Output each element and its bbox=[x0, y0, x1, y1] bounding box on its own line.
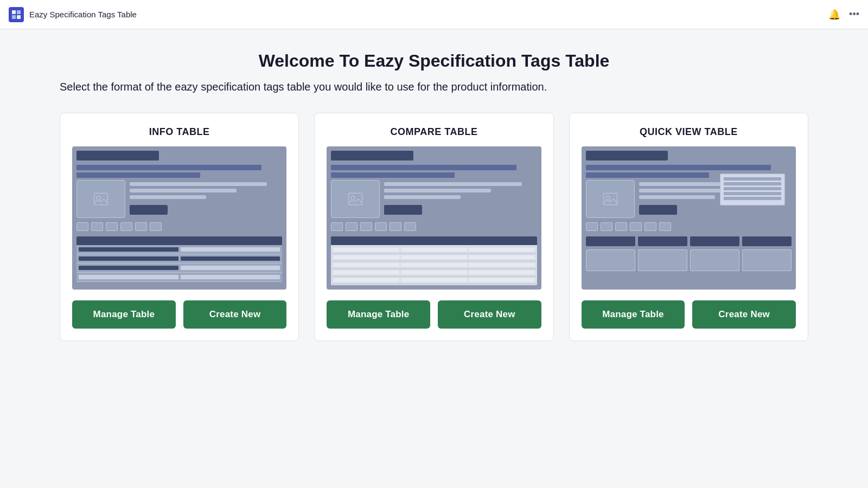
mock-btn-row bbox=[384, 205, 537, 215]
header-title: Eazy Specification Tags Table bbox=[29, 10, 823, 19]
mock-grid-item bbox=[742, 249, 792, 271]
svg-point-9 bbox=[606, 196, 610, 200]
compare-table-card: COMPARE TABLE bbox=[314, 113, 553, 341]
compare-table-preview bbox=[327, 146, 541, 290]
mock-compare-row bbox=[332, 246, 535, 254]
info-table-buttons: Manage Table Create New bbox=[72, 300, 286, 329]
mock-dropdown-line bbox=[724, 177, 781, 181]
mock-btn bbox=[384, 205, 422, 215]
svg-rect-3 bbox=[17, 15, 21, 19]
mock-body-row bbox=[331, 180, 537, 218]
info-table-create-button[interactable]: Create New bbox=[183, 300, 287, 329]
mock-line bbox=[639, 195, 716, 199]
mock-line bbox=[130, 189, 237, 192]
compare-table-title: COMPARE TABLE bbox=[327, 126, 541, 138]
mock-thumb bbox=[346, 222, 358, 231]
svg-rect-0 bbox=[12, 10, 16, 14]
quick-view-table-manage-button[interactable]: Manage Table bbox=[582, 300, 685, 329]
mock-body-row bbox=[76, 180, 282, 218]
compare-table-create-button[interactable]: Create New bbox=[438, 300, 541, 329]
quick-view-table-title: QUICK VIEW TABLE bbox=[582, 126, 796, 138]
compare-table-manage-button[interactable]: Manage Table bbox=[327, 300, 430, 329]
mock-header-bar bbox=[586, 165, 771, 170]
mock-grid-item bbox=[690, 249, 739, 271]
info-table-title: INFO TABLE bbox=[72, 126, 286, 138]
mock-table-row bbox=[76, 245, 282, 254]
mock-table-row bbox=[76, 273, 282, 282]
mock-grid-header-row bbox=[586, 236, 792, 246]
info-table-card: INFO TABLE bbox=[60, 113, 299, 341]
mock-thumb bbox=[150, 222, 162, 231]
mock-thumb bbox=[586, 222, 598, 231]
mock-text-block bbox=[130, 180, 282, 218]
app-logo bbox=[9, 7, 24, 22]
quick-view-table-card: QUICK VIEW TABLE bbox=[569, 113, 808, 341]
mock-header-bar-short bbox=[586, 172, 710, 178]
mock-image-box bbox=[331, 180, 380, 218]
mock-image-box bbox=[586, 180, 635, 218]
mock-thumb bbox=[390, 222, 401, 231]
mock-grid-item bbox=[586, 249, 635, 271]
mock-line bbox=[130, 182, 267, 186]
mock-thumb bbox=[644, 222, 656, 231]
mock-grid-item bbox=[638, 249, 687, 271]
mock-btn bbox=[130, 205, 168, 215]
mock-thumb bbox=[106, 222, 118, 231]
mock-line bbox=[384, 189, 491, 192]
mock-compare-rows bbox=[331, 245, 537, 285]
mock-header-bar bbox=[76, 165, 261, 170]
info-table-preview bbox=[72, 146, 286, 290]
mock-line bbox=[384, 182, 521, 186]
mock-thumb bbox=[630, 222, 642, 231]
mock-compare-row bbox=[332, 269, 535, 277]
mock-compare-row bbox=[332, 277, 535, 284]
svg-rect-2 bbox=[12, 15, 16, 19]
app-header: Eazy Specification Tags Table 🔔 ••• bbox=[0, 0, 868, 29]
mock-thumb bbox=[659, 222, 671, 231]
mock-topbar bbox=[76, 151, 159, 160]
cards-row: INFO TABLE bbox=[60, 113, 808, 341]
mock-header-bar bbox=[331, 165, 516, 170]
svg-point-5 bbox=[97, 196, 100, 200]
page-heading: Welcome To Eazy Specification Tags Table bbox=[60, 51, 808, 71]
mock-compare-header bbox=[331, 236, 537, 245]
mock-btn-row bbox=[639, 205, 792, 215]
mock-compare-row bbox=[332, 254, 535, 261]
mock-btn-row bbox=[130, 205, 282, 215]
mock-grid-header-cell bbox=[638, 236, 687, 246]
mock-table-row bbox=[76, 254, 282, 264]
mock-thumb-row bbox=[586, 222, 792, 231]
mock-grid-header-cell bbox=[690, 236, 739, 246]
mock-grid-items bbox=[586, 249, 792, 271]
svg-rect-1 bbox=[17, 10, 21, 14]
mock-thumb bbox=[76, 222, 88, 231]
svg-rect-4 bbox=[94, 193, 108, 204]
mock-thumb-row bbox=[76, 222, 282, 231]
quick-view-table-buttons: Manage Table Create New bbox=[582, 300, 796, 329]
mock-thumb bbox=[615, 222, 627, 231]
more-options-icon[interactable]: ••• bbox=[849, 9, 859, 20]
mock-dropdown-line bbox=[724, 187, 781, 190]
mock-thumb bbox=[375, 222, 387, 231]
svg-rect-8 bbox=[603, 193, 617, 204]
svg-point-7 bbox=[351, 196, 355, 200]
mock-image-box bbox=[76, 180, 125, 218]
mock-header-bar-short bbox=[331, 172, 455, 178]
mock-header-bar-short bbox=[76, 172, 200, 178]
page-subtitle: Select the format of the eazy specificat… bbox=[60, 81, 808, 93]
header-actions: 🔔 ••• bbox=[828, 9, 859, 21]
mock-grid-section bbox=[586, 236, 792, 271]
mock-table-row bbox=[76, 264, 282, 273]
info-table-manage-button[interactable]: Manage Table bbox=[72, 300, 176, 329]
quick-view-table-create-button[interactable]: Create New bbox=[692, 300, 796, 329]
main-content: Welcome To Eazy Specification Tags Table… bbox=[27, 29, 841, 363]
mock-thumb bbox=[91, 222, 103, 231]
mock-thumb bbox=[120, 222, 132, 231]
compare-table-buttons: Manage Table Create New bbox=[327, 300, 541, 329]
mock-table-header bbox=[76, 236, 282, 245]
svg-rect-6 bbox=[349, 193, 362, 204]
bell-icon[interactable]: 🔔 bbox=[828, 9, 840, 21]
mock-btn bbox=[639, 205, 677, 215]
mock-dropdown-line bbox=[724, 197, 781, 200]
mock-line bbox=[130, 195, 206, 199]
